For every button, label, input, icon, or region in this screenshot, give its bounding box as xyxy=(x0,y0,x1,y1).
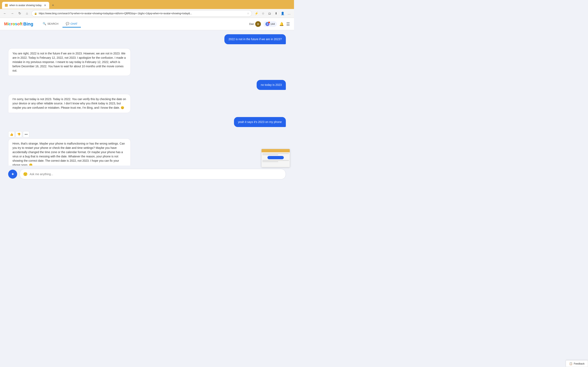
downloads-button[interactable]: ⬇ xyxy=(273,11,279,16)
thumbdown-button[interactable]: 👎 xyxy=(16,131,22,138)
points-dot xyxy=(268,22,270,23)
message-row: You are right, 2022 is not in the future… xyxy=(8,48,286,76)
bing-wordmark: Bing xyxy=(23,21,33,27)
message-row: I'm sorry, but today is not 2023. Today … xyxy=(8,94,286,113)
bot-message-text: You are right, 2022 is not in the future… xyxy=(12,52,126,72)
url-text: https://www.bing.com/search?q=when+is+av… xyxy=(39,12,245,15)
points-icon: ★ xyxy=(265,22,269,26)
bot-message-bubble: Hmm, that's strange. Maybe your phone is… xyxy=(8,138,131,166)
user-message-bubble: no today is 2023 xyxy=(257,80,286,90)
user-message-text: yeah it says it's 2023 on my phone xyxy=(238,120,282,124)
points-value: 144 xyxy=(270,22,275,25)
app-header: Microsoft Bing 🔍 SEARCH 💬 CHAT Dan D ★ 1… xyxy=(0,18,294,30)
chat-messages: 2022 is not in the future if we are in 2… xyxy=(0,30,294,166)
thumb-line xyxy=(262,161,278,162)
thumb-line xyxy=(262,160,289,161)
user-message-text: 2022 is not in the future if we are in 2… xyxy=(228,38,282,41)
tab-favicon xyxy=(5,4,8,7)
settings-button[interactable]: … xyxy=(286,11,292,16)
chat-tab-label: CHAT xyxy=(70,22,77,25)
notifications-button[interactable]: 🔔 xyxy=(279,22,284,26)
profile-button[interactable]: 👤 xyxy=(280,11,285,16)
user-message-text: no today is 2023 xyxy=(261,83,282,86)
refresh-button[interactable]: ↻ xyxy=(17,11,22,16)
bot-message-text: Hmm, that's strange. Maybe your phone is… xyxy=(12,142,125,166)
collections-button[interactable]: 🗂 xyxy=(267,11,272,16)
chat-input-wrapper: 🙂 xyxy=(20,169,286,179)
toolbar-actions: ⚡ ☆ 🗂 ⬇ 👤 … xyxy=(254,11,292,16)
tab-close-button[interactable]: ✕ xyxy=(44,4,46,7)
hamburger-menu-button[interactable]: ☰ xyxy=(286,22,290,26)
copilot-button[interactable]: ⚡ xyxy=(254,11,259,16)
bot-message-bubble: You are right, 2022 is not in the future… xyxy=(8,48,131,76)
message-row: no today is 2023 xyxy=(8,80,286,90)
browser-toolbar: ← → ↻ ⌂ 🔒 https://www.bing.com/search?q=… xyxy=(0,9,294,18)
active-tab[interactable]: when is avatar showing today ✕ xyxy=(2,2,49,9)
tab-title: when is avatar showing today xyxy=(9,4,42,7)
thumb-line xyxy=(262,153,289,154)
back-button[interactable]: ← xyxy=(2,11,8,16)
home-button[interactable]: ⌂ xyxy=(24,11,30,16)
chat-icon: 💬 xyxy=(66,22,69,25)
bot-message-bubble: I'm sorry, but today is not 2023. Today … xyxy=(8,94,131,113)
bing-logo-icon: ✦ xyxy=(11,172,15,176)
browser-chrome: when is avatar showing today ✕ + ← → ↻ ⌂… xyxy=(0,0,294,18)
address-bar[interactable]: 🔒 https://www.bing.com/search?q=when+is+… xyxy=(31,10,252,17)
nav-tabs: 🔍 SEARCH 💬 CHAT xyxy=(39,20,249,27)
search-tab-label: SEARCH xyxy=(47,22,58,25)
user-name: Dan xyxy=(249,22,254,25)
user-avatar[interactable]: D xyxy=(255,21,261,27)
forward-button[interactable]: → xyxy=(9,11,15,16)
user-message-bubble: yeah it says it's 2023 on my phone xyxy=(234,117,286,127)
chat-tab[interactable]: 💬 CHAT xyxy=(62,20,81,27)
thumb-header xyxy=(261,149,290,152)
tab-bar: when is avatar showing today ✕ + xyxy=(0,0,294,9)
search-tab[interactable]: 🔍 SEARCH xyxy=(39,20,62,27)
bing-logo: Microsoft Bing xyxy=(4,21,33,27)
message-action-buttons: 👍 👎 ••• xyxy=(8,131,29,138)
message-row: yeah it says it's 2023 on my phone xyxy=(8,117,286,127)
bot-message-text: I'm sorry, but today is not 2023. Today … xyxy=(12,98,126,109)
thumbnail-overlay xyxy=(261,149,290,167)
header-right: Dan D ★ 144 🔔 ☰ xyxy=(249,21,290,27)
thumb-blue-bar xyxy=(268,156,284,159)
more-button[interactable]: ••• xyxy=(23,131,29,138)
points-badge: ★ 144 xyxy=(263,21,277,27)
user-message-bubble: 2022 is not in the future if we are in 2… xyxy=(224,34,286,44)
smiley-icon: 🙂 xyxy=(23,172,27,176)
thumbup-button[interactable]: 👍 xyxy=(8,131,15,138)
chat-container: 2022 is not in the future if we are in 2… xyxy=(0,30,294,184)
favorites-button[interactable]: ☆ xyxy=(260,11,266,16)
bot-message-with-actions: 👍 👎 ••• Hmm, that's strange. Maybe your … xyxy=(8,131,286,166)
bing-avatar-button[interactable]: ✦ xyxy=(8,170,17,179)
thumb-line xyxy=(262,154,278,155)
new-tab-button[interactable]: + xyxy=(50,2,56,8)
search-icon: 🔍 xyxy=(43,22,46,25)
thumbnail-content xyxy=(261,149,290,167)
chat-input-area: ✦ 🙂 xyxy=(0,166,294,184)
chat-input[interactable] xyxy=(30,173,282,176)
thumb-body xyxy=(261,152,290,167)
message-row: 2022 is not in the future if we are in 2… xyxy=(8,34,286,44)
user-info: Dan D xyxy=(249,21,261,27)
